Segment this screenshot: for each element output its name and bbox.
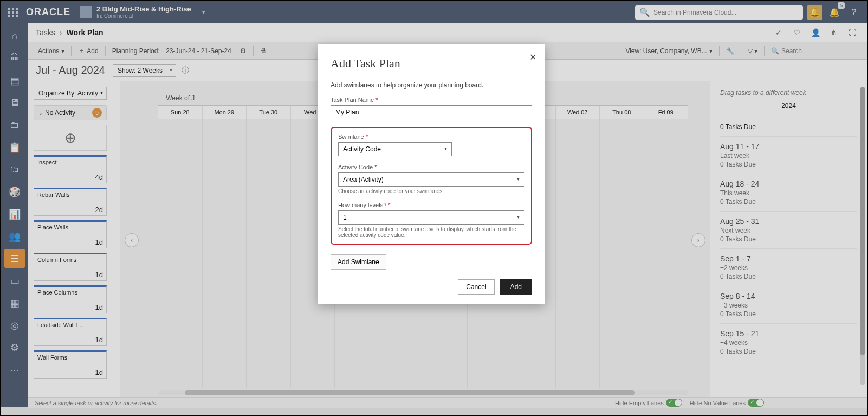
add-task-plan-dialog: ✕ Add Task Plan Add swimlanes to help or…: [318, 44, 545, 304]
levels-help: Select the total number of swimlane leve…: [338, 226, 524, 238]
dialog-hint: Add swimlanes to help organize your plan…: [331, 81, 532, 89]
levels-select[interactable]: 1: [338, 210, 524, 225]
swimlane-label: Swimlane *: [338, 133, 524, 140]
activity-code-label: Activity Code *: [338, 164, 524, 170]
activity-code-select[interactable]: Area (Activity): [338, 172, 524, 187]
add-button[interactable]: Add: [500, 279, 532, 295]
levels-label: How many levels? *: [338, 202, 524, 208]
activity-code-help: Choose an activity code for your swimlan…: [338, 188, 524, 194]
task-plan-name-label: Task Plan Name *: [331, 97, 532, 103]
add-swimlane-button[interactable]: Add Swimlane: [331, 254, 386, 270]
dialog-title: Add Task Plan: [331, 56, 532, 71]
swimlane-select[interactable]: Activity Code: [338, 142, 452, 156]
task-plan-name-input[interactable]: [331, 105, 532, 119]
close-icon[interactable]: ✕: [529, 52, 536, 62]
swimlane-config-group: Swimlane * Activity Code Activity Code *…: [331, 127, 532, 245]
cancel-button[interactable]: Cancel: [458, 279, 494, 295]
